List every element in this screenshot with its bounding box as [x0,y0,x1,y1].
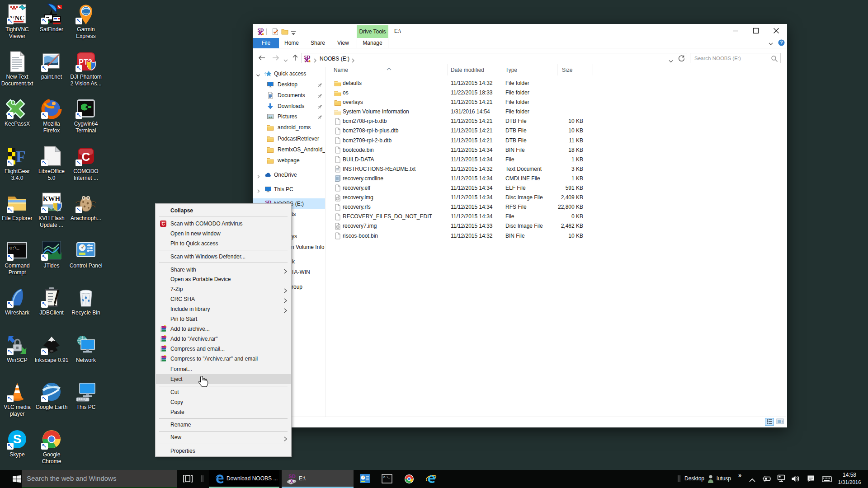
svg-text:?: ? [780,40,783,45]
svg-text:X: X [290,478,293,484]
svg-text:F: F [16,148,26,166]
svg-text:C:\_: C:\_ [9,246,19,251]
svg-text:C:\_: C:\_ [383,476,390,479]
svg-text:C: C [82,150,90,164]
svg-text:C: C [161,221,165,226]
svg-text:KWH: KWH [43,195,61,202]
svg-text:S: S [13,432,22,446]
